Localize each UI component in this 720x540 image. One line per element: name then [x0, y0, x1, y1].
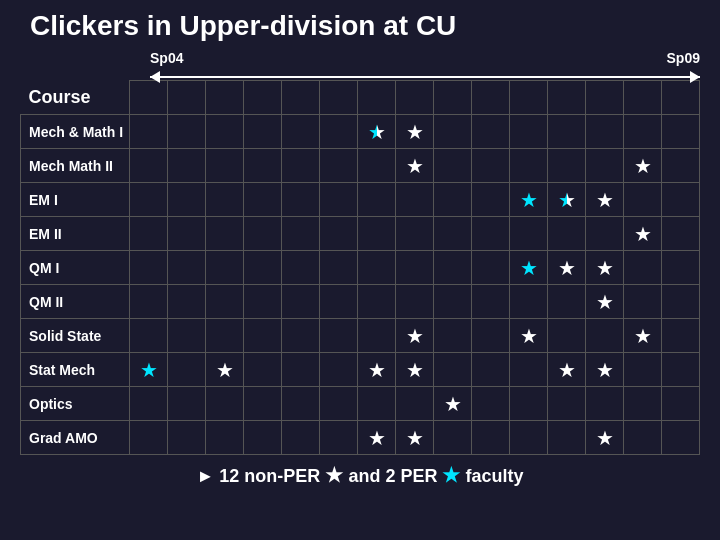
grid-cell	[624, 353, 662, 387]
star-icon: ★	[368, 427, 386, 449]
grid-cell: ★	[396, 353, 434, 387]
grid-cell	[548, 217, 586, 251]
grid-cell	[434, 149, 472, 183]
star-icon: ★	[596, 359, 614, 381]
grid-cell	[130, 421, 168, 455]
main-container: Clickers in Upper-division at CU Sp04 Sp…	[0, 0, 720, 540]
grid-cell: ★	[358, 421, 396, 455]
grid-cell	[510, 285, 548, 319]
grid-cell	[548, 149, 586, 183]
grid-cell	[282, 421, 320, 455]
grid-cell: ★	[586, 421, 624, 455]
grid-cell	[662, 149, 700, 183]
grid-cell	[510, 115, 548, 149]
grid-cell	[320, 387, 358, 421]
grid-cell	[206, 149, 244, 183]
course-name-cell: EM II	[21, 217, 130, 251]
grid-cell	[206, 285, 244, 319]
grid-cell	[130, 387, 168, 421]
grid-cell	[472, 183, 510, 217]
grid-cell	[282, 251, 320, 285]
grid-cell	[662, 115, 700, 149]
table-row: EM I★★★	[21, 183, 700, 217]
course-name-cell: EM I	[21, 183, 130, 217]
course-name-cell: Stat Mech	[21, 353, 130, 387]
grid-cell	[168, 251, 206, 285]
star-icon: ★	[140, 359, 158, 381]
grid-cell	[168, 319, 206, 353]
grid-cell	[206, 319, 244, 353]
grid-cell	[472, 115, 510, 149]
star-icon: ★	[520, 325, 538, 347]
table-row: Stat Mech★★★★★★	[21, 353, 700, 387]
grid-cell	[320, 115, 358, 149]
star-icon: ★	[596, 189, 614, 211]
grid-cell	[434, 217, 472, 251]
grid-cell	[396, 251, 434, 285]
grid-cell: ★	[586, 183, 624, 217]
grid-cell	[244, 285, 282, 319]
star-icon: ★	[406, 325, 424, 347]
grid-cell	[282, 217, 320, 251]
grid-cell	[548, 285, 586, 319]
star-icon: ★	[368, 121, 386, 143]
grid-cell	[586, 149, 624, 183]
grid-cell: ★	[510, 183, 548, 217]
grid-cell	[320, 285, 358, 319]
grid-cell	[168, 421, 206, 455]
grid-cell	[244, 353, 282, 387]
grid-cell	[320, 353, 358, 387]
grid-cell	[624, 421, 662, 455]
grid-cell	[624, 251, 662, 285]
grid-cell	[662, 353, 700, 387]
grid-cell: ★	[510, 319, 548, 353]
footer-text: ► 12 non-PER ★ and 2 PER ★ faculty	[20, 463, 700, 487]
grid-cell	[396, 285, 434, 319]
star-icon: ★	[634, 155, 652, 177]
grid-cell	[206, 217, 244, 251]
grid-cell: ★	[624, 319, 662, 353]
star-icon: ★	[406, 359, 424, 381]
grid-cell	[472, 387, 510, 421]
grid-cell	[168, 387, 206, 421]
grid-cell	[434, 183, 472, 217]
star-icon: ★	[520, 189, 538, 211]
grid-cell	[130, 319, 168, 353]
grid-cell	[548, 319, 586, 353]
star-icon: ★	[406, 121, 424, 143]
grid-cell	[206, 183, 244, 217]
grid-cell	[282, 319, 320, 353]
footer-star-white: ★	[325, 464, 343, 486]
grid-cell	[662, 285, 700, 319]
star-icon: ★	[634, 223, 652, 245]
grid-cell	[130, 183, 168, 217]
page-title: Clickers in Upper-division at CU	[20, 10, 700, 42]
grid-cell	[320, 421, 358, 455]
grid-cell: ★	[434, 387, 472, 421]
grid-cell	[130, 217, 168, 251]
grid-cell	[130, 149, 168, 183]
grid-cell	[358, 217, 396, 251]
course-name-cell: QM II	[21, 285, 130, 319]
sp04-label: Sp04	[150, 50, 183, 66]
grid-cell	[282, 353, 320, 387]
grid-cell: ★	[358, 353, 396, 387]
grid-cell	[358, 387, 396, 421]
grid-cell: ★	[548, 183, 586, 217]
grid-cell	[320, 183, 358, 217]
grid-cell	[282, 183, 320, 217]
grid-cell	[472, 217, 510, 251]
table-row: Optics★	[21, 387, 700, 421]
grid-cell	[168, 183, 206, 217]
grid-cell	[472, 149, 510, 183]
grid-cell	[282, 149, 320, 183]
star-icon: ★	[558, 257, 576, 279]
grid-cell: ★	[586, 285, 624, 319]
grid-cell	[434, 251, 472, 285]
grid-cell	[624, 115, 662, 149]
grid-cell	[662, 217, 700, 251]
footer-after: faculty	[465, 466, 523, 486]
grid-cell	[586, 217, 624, 251]
grid-cell	[548, 421, 586, 455]
grid-cell	[244, 183, 282, 217]
